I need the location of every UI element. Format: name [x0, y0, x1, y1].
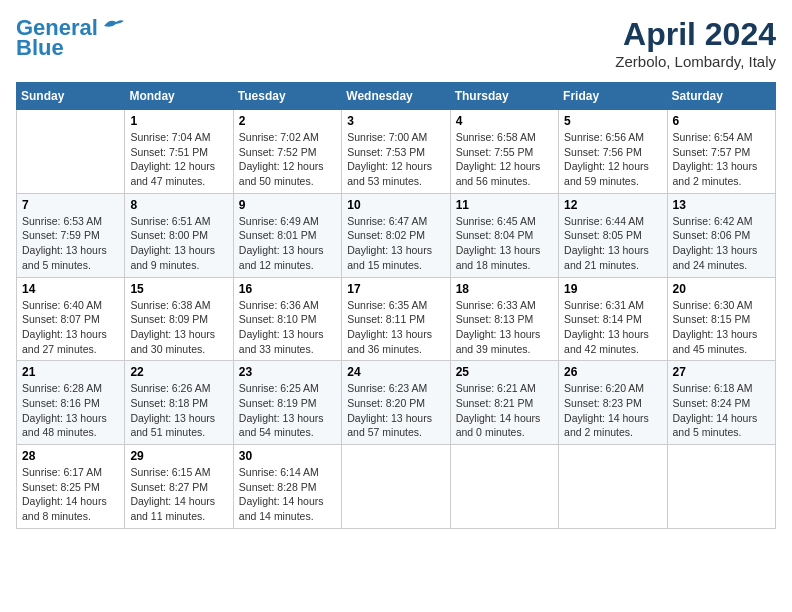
- calendar-cell: 21Sunrise: 6:28 AMSunset: 8:16 PMDayligh…: [17, 361, 125, 445]
- calendar-week-4: 21Sunrise: 6:28 AMSunset: 8:16 PMDayligh…: [17, 361, 776, 445]
- day-number: 22: [130, 365, 227, 379]
- calendar-table: SundayMondayTuesdayWednesdayThursdayFrid…: [16, 82, 776, 529]
- day-info: Sunrise: 6:56 AMSunset: 7:56 PMDaylight:…: [564, 130, 661, 189]
- calendar-cell: 3Sunrise: 7:00 AMSunset: 7:53 PMDaylight…: [342, 110, 450, 194]
- calendar-cell: 10Sunrise: 6:47 AMSunset: 8:02 PMDayligh…: [342, 193, 450, 277]
- day-number: 15: [130, 282, 227, 296]
- day-number: 1: [130, 114, 227, 128]
- calendar-cell: 25Sunrise: 6:21 AMSunset: 8:21 PMDayligh…: [450, 361, 558, 445]
- weekday-header-friday: Friday: [559, 83, 667, 110]
- weekday-header-wednesday: Wednesday: [342, 83, 450, 110]
- day-info: Sunrise: 6:18 AMSunset: 8:24 PMDaylight:…: [673, 381, 770, 440]
- weekday-header-thursday: Thursday: [450, 83, 558, 110]
- day-info: Sunrise: 7:02 AMSunset: 7:52 PMDaylight:…: [239, 130, 336, 189]
- day-number: 10: [347, 198, 444, 212]
- calendar-cell: 27Sunrise: 6:18 AMSunset: 8:24 PMDayligh…: [667, 361, 775, 445]
- calendar-cell: 28Sunrise: 6:17 AMSunset: 8:25 PMDayligh…: [17, 445, 125, 529]
- calendar-cell: 30Sunrise: 6:14 AMSunset: 8:28 PMDayligh…: [233, 445, 341, 529]
- day-info: Sunrise: 7:00 AMSunset: 7:53 PMDaylight:…: [347, 130, 444, 189]
- day-info: Sunrise: 6:23 AMSunset: 8:20 PMDaylight:…: [347, 381, 444, 440]
- calendar-cell: 7Sunrise: 6:53 AMSunset: 7:59 PMDaylight…: [17, 193, 125, 277]
- day-info: Sunrise: 6:35 AMSunset: 8:11 PMDaylight:…: [347, 298, 444, 357]
- day-number: 13: [673, 198, 770, 212]
- calendar-cell: 8Sunrise: 6:51 AMSunset: 8:00 PMDaylight…: [125, 193, 233, 277]
- calendar-cell: 13Sunrise: 6:42 AMSunset: 8:06 PMDayligh…: [667, 193, 775, 277]
- calendar-cell: 11Sunrise: 6:45 AMSunset: 8:04 PMDayligh…: [450, 193, 558, 277]
- calendar-cell: 18Sunrise: 6:33 AMSunset: 8:13 PMDayligh…: [450, 277, 558, 361]
- calendar-cell: 26Sunrise: 6:20 AMSunset: 8:23 PMDayligh…: [559, 361, 667, 445]
- day-number: 26: [564, 365, 661, 379]
- day-number: 5: [564, 114, 661, 128]
- day-number: 12: [564, 198, 661, 212]
- day-info: Sunrise: 6:21 AMSunset: 8:21 PMDaylight:…: [456, 381, 553, 440]
- day-info: Sunrise: 6:40 AMSunset: 8:07 PMDaylight:…: [22, 298, 119, 357]
- day-info: Sunrise: 6:15 AMSunset: 8:27 PMDaylight:…: [130, 465, 227, 524]
- day-number: 21: [22, 365, 119, 379]
- calendar-cell: 19Sunrise: 6:31 AMSunset: 8:14 PMDayligh…: [559, 277, 667, 361]
- day-number: 2: [239, 114, 336, 128]
- calendar-cell: 17Sunrise: 6:35 AMSunset: 8:11 PMDayligh…: [342, 277, 450, 361]
- day-number: 28: [22, 449, 119, 463]
- day-number: 6: [673, 114, 770, 128]
- day-number: 19: [564, 282, 661, 296]
- day-number: 11: [456, 198, 553, 212]
- day-info: Sunrise: 6:45 AMSunset: 8:04 PMDaylight:…: [456, 214, 553, 273]
- calendar-cell: [342, 445, 450, 529]
- calendar-cell: 5Sunrise: 6:56 AMSunset: 7:56 PMDaylight…: [559, 110, 667, 194]
- day-info: Sunrise: 6:14 AMSunset: 8:28 PMDaylight:…: [239, 465, 336, 524]
- calendar-cell: 6Sunrise: 6:54 AMSunset: 7:57 PMDaylight…: [667, 110, 775, 194]
- day-number: 9: [239, 198, 336, 212]
- calendar-week-1: 1Sunrise: 7:04 AMSunset: 7:51 PMDaylight…: [17, 110, 776, 194]
- day-number: 14: [22, 282, 119, 296]
- day-info: Sunrise: 6:20 AMSunset: 8:23 PMDaylight:…: [564, 381, 661, 440]
- day-number: 24: [347, 365, 444, 379]
- calendar-week-5: 28Sunrise: 6:17 AMSunset: 8:25 PMDayligh…: [17, 445, 776, 529]
- location-text: Zerbolo, Lombardy, Italy: [615, 53, 776, 70]
- page-header: General Blue April 2024 Zerbolo, Lombard…: [16, 16, 776, 70]
- day-info: Sunrise: 6:47 AMSunset: 8:02 PMDaylight:…: [347, 214, 444, 273]
- weekday-header-monday: Monday: [125, 83, 233, 110]
- day-info: Sunrise: 6:51 AMSunset: 8:00 PMDaylight:…: [130, 214, 227, 273]
- day-info: Sunrise: 6:28 AMSunset: 8:16 PMDaylight:…: [22, 381, 119, 440]
- weekday-header-saturday: Saturday: [667, 83, 775, 110]
- day-info: Sunrise: 7:04 AMSunset: 7:51 PMDaylight:…: [130, 130, 227, 189]
- calendar-cell: 24Sunrise: 6:23 AMSunset: 8:20 PMDayligh…: [342, 361, 450, 445]
- day-info: Sunrise: 6:49 AMSunset: 8:01 PMDaylight:…: [239, 214, 336, 273]
- day-info: Sunrise: 6:42 AMSunset: 8:06 PMDaylight:…: [673, 214, 770, 273]
- day-number: 8: [130, 198, 227, 212]
- day-info: Sunrise: 6:38 AMSunset: 8:09 PMDaylight:…: [130, 298, 227, 357]
- day-info: Sunrise: 6:58 AMSunset: 7:55 PMDaylight:…: [456, 130, 553, 189]
- day-info: Sunrise: 6:33 AMSunset: 8:13 PMDaylight:…: [456, 298, 553, 357]
- day-number: 18: [456, 282, 553, 296]
- day-number: 3: [347, 114, 444, 128]
- logo: General Blue: [16, 16, 124, 60]
- logo-blue: Blue: [16, 36, 64, 60]
- title-section: April 2024 Zerbolo, Lombardy, Italy: [615, 16, 776, 70]
- calendar-cell: [17, 110, 125, 194]
- day-number: 27: [673, 365, 770, 379]
- calendar-cell: 16Sunrise: 6:36 AMSunset: 8:10 PMDayligh…: [233, 277, 341, 361]
- day-info: Sunrise: 6:44 AMSunset: 8:05 PMDaylight:…: [564, 214, 661, 273]
- day-info: Sunrise: 6:31 AMSunset: 8:14 PMDaylight:…: [564, 298, 661, 357]
- calendar-cell: 4Sunrise: 6:58 AMSunset: 7:55 PMDaylight…: [450, 110, 558, 194]
- calendar-cell: [559, 445, 667, 529]
- day-number: 16: [239, 282, 336, 296]
- day-info: Sunrise: 6:17 AMSunset: 8:25 PMDaylight:…: [22, 465, 119, 524]
- day-info: Sunrise: 6:25 AMSunset: 8:19 PMDaylight:…: [239, 381, 336, 440]
- month-title: April 2024: [615, 16, 776, 53]
- day-info: Sunrise: 6:53 AMSunset: 7:59 PMDaylight:…: [22, 214, 119, 273]
- day-number: 4: [456, 114, 553, 128]
- day-info: Sunrise: 6:30 AMSunset: 8:15 PMDaylight:…: [673, 298, 770, 357]
- calendar-cell: 1Sunrise: 7:04 AMSunset: 7:51 PMDaylight…: [125, 110, 233, 194]
- day-number: 20: [673, 282, 770, 296]
- calendar-cell: 20Sunrise: 6:30 AMSunset: 8:15 PMDayligh…: [667, 277, 775, 361]
- calendar-cell: 15Sunrise: 6:38 AMSunset: 8:09 PMDayligh…: [125, 277, 233, 361]
- calendar-cell: 9Sunrise: 6:49 AMSunset: 8:01 PMDaylight…: [233, 193, 341, 277]
- logo-bird-icon: [102, 18, 124, 34]
- day-number: 23: [239, 365, 336, 379]
- day-info: Sunrise: 6:54 AMSunset: 7:57 PMDaylight:…: [673, 130, 770, 189]
- day-number: 30: [239, 449, 336, 463]
- day-number: 25: [456, 365, 553, 379]
- calendar-cell: 12Sunrise: 6:44 AMSunset: 8:05 PMDayligh…: [559, 193, 667, 277]
- day-number: 7: [22, 198, 119, 212]
